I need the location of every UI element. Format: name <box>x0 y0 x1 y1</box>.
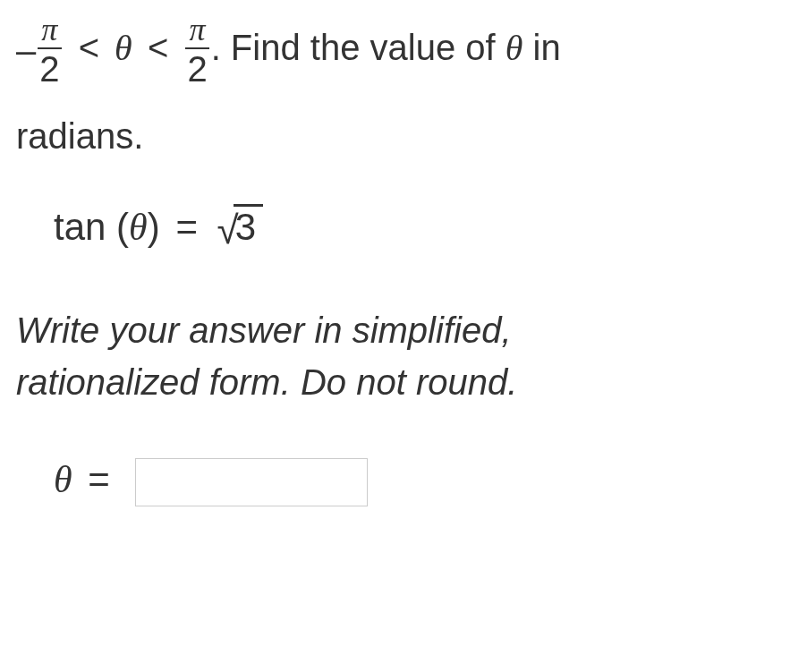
answer-input[interactable] <box>135 458 368 506</box>
problem-statement-line2: radians. <box>16 109 791 163</box>
equals-sign: = <box>175 206 198 248</box>
instruction-text: Write your answer in simplified, rationa… <box>16 304 791 408</box>
equation: tan (θ) = √3 <box>54 199 791 259</box>
sqrt-content: 3 <box>234 204 263 248</box>
denominator-2: 2 <box>38 47 61 87</box>
numerator-pi: π <box>38 13 61 47</box>
in-text: in <box>522 28 560 67</box>
instruction-line2: rationalized form. Do not round. <box>16 356 791 408</box>
find-text: Find the value of <box>221 28 505 67</box>
theta-variable: θ <box>115 28 132 68</box>
answer-equals: = <box>88 458 110 500</box>
problem-statement: – π 2 < θ < π 2 . Find the value of θ in <box>16 13 791 87</box>
denominator-2-2: 2 <box>185 47 208 87</box>
answer-row: θ = <box>54 451 791 508</box>
instruction-line1: Write your answer in simplified, <box>16 304 791 356</box>
sqrt-expression: √3 <box>217 199 264 259</box>
fraction-pi-over-2: π 2 <box>185 13 208 87</box>
theta-in-equation: θ <box>129 207 148 248</box>
rparen: ) <box>148 206 160 248</box>
less-than-1: < <box>79 28 99 67</box>
radians-text: radians. <box>16 116 143 156</box>
lparen: ( <box>116 206 129 248</box>
less-than-2: < <box>148 28 168 67</box>
tan-function: tan <box>54 206 106 248</box>
theta-variable-2: θ <box>505 28 523 68</box>
answer-theta: θ <box>54 459 72 500</box>
period: . <box>211 28 221 67</box>
numerator-pi-2: π <box>185 13 208 47</box>
negative-sign: – <box>16 23 36 77</box>
fraction-neg-pi-over-2: π 2 <box>38 13 61 87</box>
